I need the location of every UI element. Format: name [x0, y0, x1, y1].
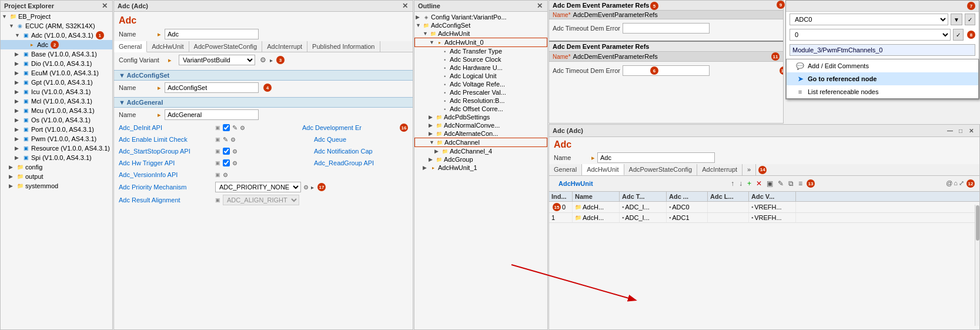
tree-item-icu[interactable]: ▶ ▣ Icu (V1.0.0, AS4.3.1): [1, 87, 112, 96]
tab-bottom-adchwunit[interactable]: AdcHwUnit: [582, 164, 624, 175]
tab-bottom-adcinterrupt[interactable]: AdcInterrupt: [697, 164, 742, 175]
tree-item-pwm[interactable]: ▶ ▣ Pwm (V1.0.0, AS4.3.1): [1, 134, 112, 144]
adc-editor-close[interactable]: ✕: [401, 2, 409, 10]
prop-icon-gear3[interactable]: ⚙: [232, 148, 238, 155]
tree-item-eb-project[interactable]: ▼ 📁 EB_Project: [1, 12, 112, 21]
tree-item-systemmod[interactable]: ▶ 📁 systemmod: [1, 181, 112, 191]
tab-bottom-general[interactable]: General: [549, 164, 582, 175]
tree-item-dio[interactable]: ▶ ▣ Dio (V1.0.0, AS4.3.1): [1, 59, 112, 68]
prop-name-adcver[interactable]: Adc_VersionInfo API: [119, 171, 213, 178]
tree-item-ecuc[interactable]: ▼ ◉ ECUC (ARM, S32K14X): [1, 21, 112, 31]
prop-icon-gear6[interactable]: ⚙: [303, 184, 309, 191]
tree-item-output[interactable]: ▶ 📁 output: [1, 172, 112, 181]
tree-item-config[interactable]: ▶ 📁 config: [1, 162, 112, 172]
numeric-dropdown[interactable]: 0 1: [790, 29, 951, 41]
outline-adchwunit[interactable]: ▼ 📁 AdcHwUnit: [414, 29, 547, 38]
prop-name-adcreadgroup[interactable]: Adc_ReadGroup API: [314, 159, 408, 166]
toolbar-down[interactable]: ↓: [737, 178, 744, 189]
adc-dropdown-btn-down[interactable]: ▼: [951, 14, 962, 25]
prop-name-adcpriority[interactable]: Adc Priority Mechanism: [119, 184, 213, 191]
adc-dropdown[interactable]: ADC0 ADC1: [790, 14, 948, 25]
prop-name-adcalign[interactable]: Adc Result Alignment: [119, 196, 213, 204]
outline-adchwunit0[interactable]: ▼ ▸ AdcHwUnit_0: [414, 38, 547, 47]
timeout-dem-input1[interactable]: [623, 23, 710, 34]
tab-general[interactable]: General: [114, 41, 147, 52]
toolbar-up[interactable]: ↑: [729, 178, 736, 189]
prop-checkbox-startstop[interactable]: [223, 148, 230, 155]
table-row-1[interactable]: 1 📁 AdcH... ▪ ADC_I... ▪ ADC1: [549, 213, 979, 223]
prop-checkbox-hwtr[interactable]: [223, 159, 230, 166]
prop-name-adcenabl[interactable]: Adc Enable Limit Check: [119, 136, 213, 143]
toolbar-edit[interactable]: ✎: [776, 178, 785, 189]
numeric-dropdown-btn[interactable]: ✓: [953, 29, 964, 41]
adc-dropdown-btn-accept[interactable]: ✓: [965, 14, 975, 25]
tab-adchwunit[interactable]: AdcHwUnit: [147, 41, 189, 52]
outline-adcconfigset[interactable]: ▼ 📁 AdcConfigSet: [414, 21, 547, 29]
toolbar-link[interactable]: ⧉: [787, 178, 795, 189]
outline-adcchannel[interactable]: ▼ 📁 AdcChannel: [414, 138, 547, 147]
project-explorer-close[interactable]: ✕: [101, 2, 109, 10]
btn-maximize[interactable]: □: [956, 126, 965, 135]
toolbar-menu[interactable]: ≡: [797, 178, 804, 189]
tree-item-os[interactable]: ▶ ▣ Os (V1.0.0, AS4.3.1): [1, 115, 112, 125]
menu-item-add-edit-comments[interactable]: 💬 Add / Edit Comments: [787, 59, 978, 72]
prop-name-adcnotif[interactable]: Adc Notification Cap: [314, 148, 408, 155]
outline-adcprescaler[interactable]: ▪ Adc Prescaler Val...: [414, 88, 547, 96]
tree-item-mcu[interactable]: ▶ ▣ Mcu (V1.0.0, AS4.3.1): [1, 106, 112, 115]
tree-item-base[interactable]: ▶ ▣ Base (V1.0.0, AS4.3.1): [1, 49, 112, 59]
toolbar-add[interactable]: +: [745, 178, 753, 189]
outline-adclogical[interactable]: ▪ Adc Logical Unit: [414, 72, 547, 80]
outline-config-variant[interactable]: ▶ ◈ Config Variant:VariantPo...: [414, 13, 547, 21]
tree-item-gpt[interactable]: ▶ ▣ Gpt (V1.0.0, AS4.3.1): [1, 78, 112, 87]
outline-adcalternate[interactable]: ▶ 📁 AdcAlternateCon...: [414, 129, 547, 138]
text-value-input[interactable]: [790, 44, 975, 56]
prop-icon-gear[interactable]: ⚙: [240, 125, 245, 131]
prop-icon-edit[interactable]: ✎: [232, 124, 238, 132]
config-variant-select[interactable]: VariantPostBuild VariantPreCompile Varia…: [179, 55, 255, 65]
btn-close[interactable]: ✕: [966, 126, 976, 135]
outline-adcoffset[interactable]: ▪ Adc Offset Corre...: [414, 105, 547, 113]
outline-adchardware[interactable]: ▪ Adc Hardware U...: [414, 64, 547, 72]
scrollbar-y[interactable]: [975, 205, 979, 326]
outline-adcnormal[interactable]: ▶ 📁 AdcNormalConve...: [414, 121, 547, 129]
icon-link[interactable]: @: [946, 179, 952, 188]
tab-bottom-adcpower[interactable]: AdcPowerStateConfig: [624, 164, 698, 175]
outline-adcgroup[interactable]: ▶ 📁 AdcGroup: [414, 155, 547, 164]
scroll-thumb[interactable]: [976, 205, 979, 241]
btn-minimize[interactable]: —: [945, 126, 955, 135]
adcgeneral-toggle[interactable]: ▼: [119, 99, 127, 106]
prop-icon-gear5[interactable]: ⚙: [223, 172, 228, 178]
toolbar-copy[interactable]: ▣: [765, 178, 775, 189]
outline-adcchannel4[interactable]: ▶ 📁 AdcChannel_4: [414, 147, 547, 155]
prop-name-adchwtr[interactable]: Adc Hw Trigger API: [119, 159, 213, 166]
tab-bottom-more[interactable]: »: [742, 164, 756, 175]
adc-bottom-name-input[interactable]: [597, 152, 715, 163]
tree-item-spi[interactable]: ▶ ▣ Spi (V1.0.0, AS4.3.1): [1, 153, 112, 162]
prop-icon-edit2[interactable]: ✎: [223, 136, 228, 144]
prop-name-adcdeinit[interactable]: Adc_DeInit API: [119, 124, 213, 131]
prop-name-adcqueue[interactable]: Adc Queue: [314, 136, 408, 143]
outline-close[interactable]: ✕: [536, 2, 544, 10]
tree-item-port[interactable]: ▶ ▣ Port (V1.0.0, AS4.3.1): [1, 125, 112, 134]
prop-checkbox-adcdeinit[interactable]: [223, 124, 230, 131]
tab-adcinterrupt[interactable]: AdcInterrupt: [262, 41, 307, 52]
menu-item-goto-ref[interactable]: ➤ Go to referenced node: [787, 72, 978, 85]
tree-item-mcl[interactable]: ▶ ▣ Mcl (V1.0.0, AS4.3.1): [1, 96, 112, 106]
tree-item-ecum[interactable]: ▶ ▣ EcuM (V1.0.0, AS4.3.1): [1, 68, 112, 78]
adcgeneral-name-input[interactable]: [165, 109, 259, 120]
outline-adcpdb[interactable]: ▶ 📁 AdcPdbSettings: [414, 113, 547, 121]
name-input[interactable]: [165, 29, 259, 39]
prop-icon-gear2[interactable]: ⚙: [230, 136, 236, 143]
outline-adcsource[interactable]: ▪ Adc Source Clock: [414, 55, 547, 64]
outline-adctransfer[interactable]: ▪ Adc Transfer Type: [414, 47, 547, 55]
prop-icon-gear4[interactable]: ⚙: [232, 160, 238, 166]
timeout-dem-input2[interactable]: [623, 65, 710, 76]
tree-item-adc-inst[interactable]: ▸ Adc 2: [1, 40, 112, 49]
tab-published[interactable]: Published Information: [307, 41, 380, 52]
outline-adcresolution[interactable]: ▪ Adc Resolution:B...: [414, 96, 547, 105]
prop-name-adcstartstop[interactable]: Adc_StartStopGroup API: [119, 148, 213, 155]
adcconfigset-name-input[interactable]: [165, 82, 259, 93]
icon-home[interactable]: ⌂: [954, 179, 958, 188]
menu-item-list-ref[interactable]: ≡ List referenceable nodes: [787, 85, 978, 98]
prop-name-adcdev[interactable]: Adc Development Er: [302, 124, 396, 131]
